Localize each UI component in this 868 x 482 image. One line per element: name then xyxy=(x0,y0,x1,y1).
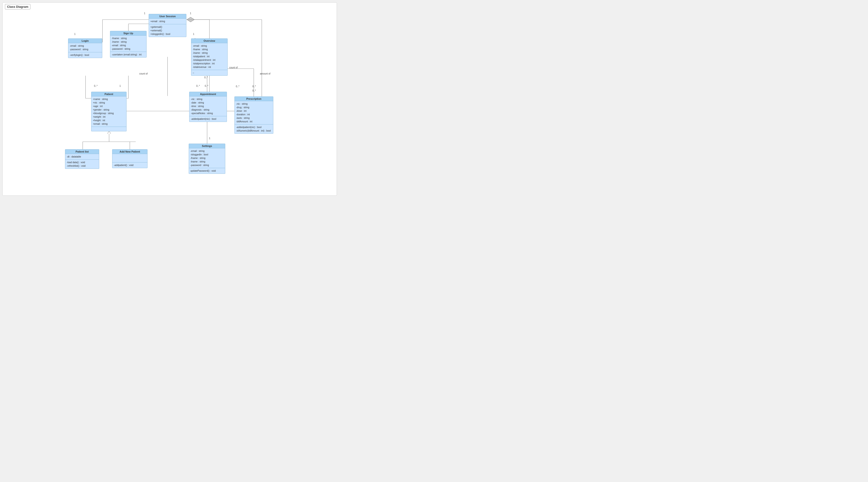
class-patient-list-header: Patient list xyxy=(65,149,99,154)
label-0star-presc2: 0..* xyxy=(252,85,256,88)
label-0star-presc3: 0..* xyxy=(252,89,256,92)
class-settings: Settings -email : string -isloggedin : b… xyxy=(189,144,225,174)
class-user-session-header: User Session xyxy=(149,14,186,19)
class-appointment-methods: -addedpatient(nic) : bool xyxy=(189,116,227,122)
class-patient-header: Patient xyxy=(91,92,126,96)
label-1-overview: 1 xyxy=(193,33,194,35)
diagram-canvas: Class Diagram xyxy=(2,2,337,196)
label-1-settings: 1 xyxy=(209,137,210,140)
class-appointment: Appointment -nic : string -date : string… xyxy=(189,92,227,122)
label-1-right: 1 xyxy=(190,12,191,15)
label-0star-appt2: 0..* xyxy=(196,85,200,87)
class-signup-header: Sign Up xyxy=(110,31,146,36)
label-count-of2: count of xyxy=(229,66,238,69)
class-prescription: Prescription -nic : string -drug : strin… xyxy=(235,96,273,134)
class-login: Login -email : string -password : string… xyxy=(68,38,102,58)
diagram-title: Class Diagram xyxy=(5,4,30,9)
class-patient-methods xyxy=(91,127,126,131)
class-prescription-header: Prescription xyxy=(235,97,273,101)
label-0star-patient: 0..* xyxy=(94,85,97,87)
class-patient-list-attrs: -dt : datatable xyxy=(65,154,99,160)
class-patient-list: Patient list -dt : datatable -load data(… xyxy=(65,149,99,169)
class-signup: Sign Up -fname : string -lname : string … xyxy=(110,31,147,58)
class-settings-methods: updatePassword() : void xyxy=(189,168,225,174)
class-prescription-attrs: -nic : string -drug : string -dose : int… xyxy=(235,101,273,124)
class-add-new-patient-attrs xyxy=(113,154,147,163)
class-login-attrs: -email : string -password : string xyxy=(68,43,102,52)
class-settings-header: Settings xyxy=(189,144,225,148)
label-0star-appt3: 0..* xyxy=(205,85,208,87)
class-overview: Overview -email : string -fname : string… xyxy=(191,38,227,76)
class-add-new-patient-methods: -addpatient() : void xyxy=(113,163,147,168)
label-count-of: count of xyxy=(139,73,148,75)
class-user-session: User Session +email : string +getemail()… xyxy=(149,14,186,37)
class-appointment-attrs: -nic : string -date : string -time : str… xyxy=(189,96,227,116)
label-1-left: 1 xyxy=(144,12,145,15)
label-amount-of: amount of xyxy=(260,73,270,75)
class-prescription-methods: -addedpatient(nic) : bool -isNumeric(bil… xyxy=(235,124,273,134)
class-user-session-methods: +getemail() +setemail() +isloggedin() : … xyxy=(149,24,186,37)
label-1-patient: 1 xyxy=(120,85,121,87)
label-0star-appt: 0..* xyxy=(204,76,208,79)
class-signup-methods: -usertaken (email:string) : int xyxy=(110,52,146,57)
label-0star-presc: 0..* xyxy=(236,85,239,88)
class-overview-methods: – xyxy=(191,70,227,76)
class-appointment-header: Appointment xyxy=(189,92,227,96)
class-login-header: Login xyxy=(68,39,102,43)
class-patient: Patient +name : string +nic : string +ag… xyxy=(91,92,126,131)
class-signup-attrs: -fname : string -lname : string -email :… xyxy=(110,36,146,52)
class-add-new-patient-header: Add New Patient xyxy=(113,149,147,154)
class-patient-list-methods: -load data() : void -refreshlist() : voi… xyxy=(65,160,99,169)
class-settings-attrs: -email : string -isloggedin : bool -fnam… xyxy=(189,148,225,168)
label-1-login: 1 xyxy=(74,33,75,35)
class-login-methods: -verifylogin() : bool xyxy=(68,52,102,58)
class-overview-attrs: -email : string -fname : string -lname :… xyxy=(191,43,227,70)
class-overview-header: Overview xyxy=(191,39,227,43)
class-patient-attrs: +name : string +nic : string +age : int … xyxy=(91,96,126,127)
svg-marker-1 xyxy=(187,17,194,22)
class-user-session-attrs: +email : string xyxy=(149,19,186,24)
class-add-new-patient: Add New Patient -addpatient() : void xyxy=(112,149,148,168)
